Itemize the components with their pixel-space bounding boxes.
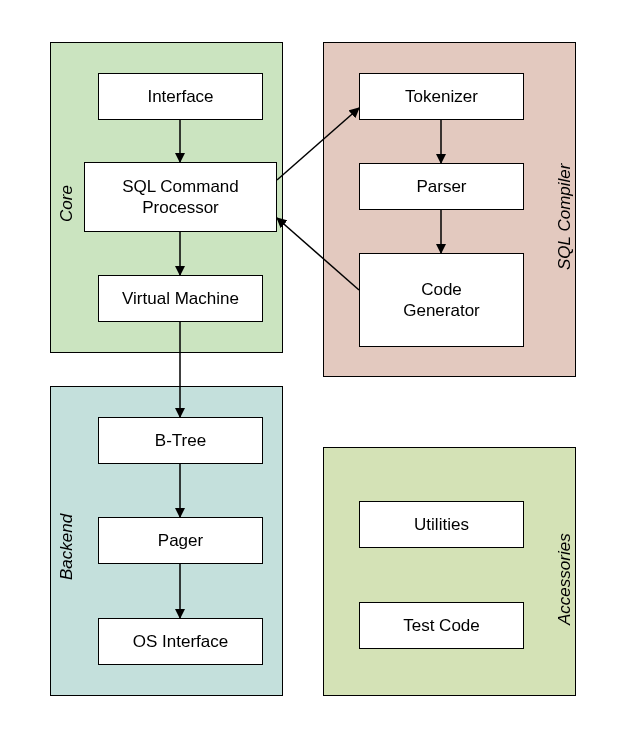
node-testcode-label: Test Code [403,615,480,636]
group-accessories [323,447,576,696]
node-parser-label: Parser [416,176,466,197]
node-pager-label: Pager [158,530,203,551]
node-tokenizer: Tokenizer [359,73,524,120]
node-interface: Interface [98,73,263,120]
node-pager: Pager [98,517,263,564]
node-sqlcmd-label: SQL CommandProcessor [122,176,239,219]
node-parser: Parser [359,163,524,210]
node-btree-label: B-Tree [155,430,206,451]
node-interface-label: Interface [147,86,213,107]
node-sqlcmd: SQL CommandProcessor [84,162,277,232]
group-accessories-label: Accessories [555,515,575,625]
node-tokenizer-label: Tokenizer [405,86,478,107]
group-backend-label: Backend [57,500,77,580]
node-codegen: CodeGenerator [359,253,524,347]
node-utilities-label: Utilities [414,514,469,535]
architecture-diagram: Core SQL Compiler Backend Accessories In… [0,0,640,741]
node-vm: Virtual Machine [98,275,263,322]
node-codegen-label: CodeGenerator [403,279,480,322]
node-testcode: Test Code [359,602,524,649]
node-btree: B-Tree [98,417,263,464]
group-core-label: Core [57,172,77,222]
node-osif-label: OS Interface [133,631,228,652]
node-utilities: Utilities [359,501,524,548]
node-osif: OS Interface [98,618,263,665]
node-vm-label: Virtual Machine [122,288,239,309]
group-sqlcompiler-label: SQL Compiler [555,150,575,270]
